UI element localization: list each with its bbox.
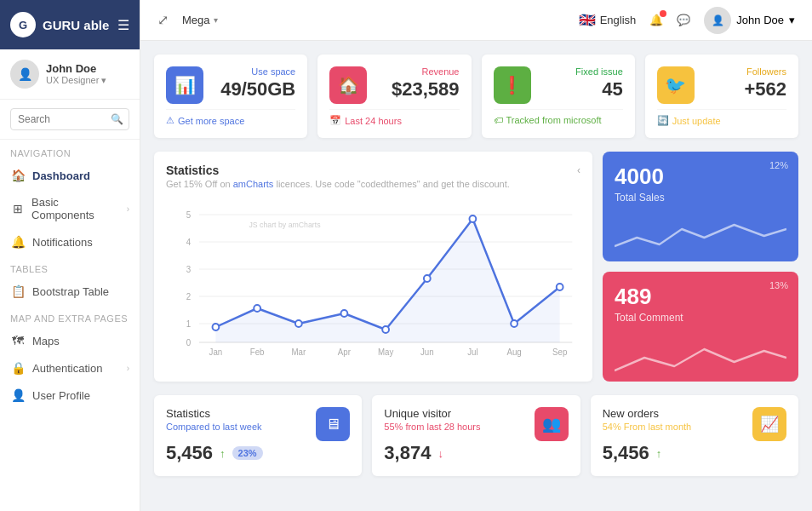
nav-label-maps: Maps xyxy=(32,335,60,347)
stat-value-fixed-issue: 45 xyxy=(540,78,623,100)
user-menu[interactable]: 👤 John Doe ▾ xyxy=(704,7,795,34)
trend-icon-new-orders: ↑ xyxy=(656,447,662,460)
svg-text:Aug: Aug xyxy=(506,347,521,357)
stat-card-followers: 🐦 Followers +562 🔄 Just update xyxy=(645,55,798,138)
avatar: 👤 xyxy=(10,60,39,89)
statistics-chart-card: Statistics ‹ Get 15% Off on amCharts lic… xyxy=(154,152,592,382)
total-sales-wave xyxy=(615,212,786,259)
stat-card-fixed-issue: ❗ Fixed issue 45 🏷 Tracked from microsof… xyxy=(482,55,635,138)
sidebar-item-user-profile[interactable]: 👤 User Profile xyxy=(0,382,140,409)
sidebar: G GURU able ☰ 👤 John Doe UX Designer ▾ 🔍… xyxy=(0,0,140,511)
main-area: ⤢ Mega ▾ 🇬🇧 English 🔔 💬 👤 John Doe ▾ � xyxy=(140,0,812,511)
chart-subtitle: Get 15% Off on amCharts licences. Use co… xyxy=(166,179,580,189)
stat-footer-icon-fixed-issue: 🏷 xyxy=(494,115,503,125)
language-label: English xyxy=(600,14,637,26)
sidebar-search-container: 🔍 xyxy=(0,100,140,140)
sidebar-item-notifications[interactable]: 🔔 Notifications xyxy=(0,228,140,256)
svg-text:May: May xyxy=(378,347,393,357)
stat-footer-use-space: ⚠ Get more space xyxy=(166,109,295,126)
svg-text:1: 1 xyxy=(186,319,191,329)
stat-footer-icon-use-space: ⚠ xyxy=(166,115,174,126)
chat-button[interactable]: 💬 xyxy=(677,14,690,26)
bottom-card-value-new-orders: 5,456 ↑ xyxy=(603,442,786,464)
user-name: John Doe xyxy=(46,62,106,75)
expand-icon[interactable]: ⤢ xyxy=(157,12,169,28)
stat-icon-revenue: 🏠 xyxy=(329,66,367,104)
chart-title: Statistics xyxy=(166,164,219,177)
svg-text:2: 2 xyxy=(186,292,191,301)
user-dropdown-icon: ▾ xyxy=(789,14,795,26)
amcharts-link[interactable]: amCharts xyxy=(233,179,274,189)
nav-icon-user-profile: 👤 xyxy=(10,388,26,402)
stat-card-revenue: 🏠 Revenue $23,589 📅 Last 24 hours xyxy=(317,55,471,138)
stats-row: 📊 Use space 49/50GB ⚠ Get more space 🏠 R… xyxy=(154,55,798,138)
stat-footer-fixed-issue: 🏷 Tracked from microsoft xyxy=(494,109,623,125)
sidebar-item-bootstrap-table[interactable]: 📋 Bootstrap Table xyxy=(0,278,140,305)
bottom-card-badge-statistics: 23% xyxy=(232,446,263,460)
svg-point-23 xyxy=(213,324,220,330)
brand-name: GURU able xyxy=(43,18,111,32)
bottom-card-icon-unique-visitor: 👥 xyxy=(535,407,569,441)
total-comment-pct: 13% xyxy=(769,280,788,290)
nav-section-label: Navigation xyxy=(0,140,140,162)
total-sales-value: 4000 xyxy=(615,164,786,190)
svg-text:JS chart by amCharts: JS chart by amCharts xyxy=(249,221,321,229)
svg-text:Sep: Sep xyxy=(552,347,568,357)
stat-card-use-space: 📊 Use space 49/50GB ⚠ Get more space xyxy=(154,55,307,138)
logo: G xyxy=(10,12,36,37)
chart-chevron-icon[interactable]: ‹ xyxy=(577,164,580,176)
stat-label-use-space: Use space xyxy=(212,66,295,77)
bottom-card-unique-visitor: 👥 Unique visitor 55% from last 28 hours … xyxy=(372,395,580,476)
bottom-card-value-unique-visitor: 3,874 ↓ xyxy=(384,442,568,464)
nav-container: Navigation🏠 Dashboard ⊞ Basic Components… xyxy=(0,140,140,409)
nav-section-label: Map And Extra Pages xyxy=(0,305,140,327)
nav-icon-dashboard: 🏠 xyxy=(10,169,26,182)
stat-footer-text-followers: Just update xyxy=(672,116,721,126)
bottom-card-icon-new-orders: 📈 xyxy=(752,407,786,441)
sidebar-item-basic-components[interactable]: ⊞ Basic Components › xyxy=(0,189,140,228)
chat-icon: 💬 xyxy=(677,14,690,26)
nav-label-authentication: Authentication xyxy=(32,362,102,375)
svg-text:Mar: Mar xyxy=(291,347,306,357)
svg-text:Jun: Jun xyxy=(420,347,434,357)
line-chart: 0 1 2 3 4 5 Jan Feb Mar Apr May Jun Jul … xyxy=(166,198,580,359)
topbar-username: John Doe xyxy=(736,14,784,26)
stat-icon-followers: 🐦 xyxy=(657,66,695,104)
sidebar-item-authentication[interactable]: 🔒 Authentication › xyxy=(0,354,140,382)
sidebar-item-dashboard[interactable]: 🏠 Dashboard xyxy=(0,162,140,189)
svg-point-27 xyxy=(382,326,389,333)
nav-label-notifications: Notifications xyxy=(32,236,93,249)
stat-footer-text-fixed-issue: Tracked from microsoft xyxy=(506,115,602,125)
trend-icon-unique-visitor: ↓ xyxy=(437,447,443,460)
total-sales-label: Total Sales xyxy=(615,192,786,204)
middle-row: Statistics ‹ Get 15% Off on amCharts lic… xyxy=(154,152,798,382)
svg-text:4: 4 xyxy=(186,238,192,247)
flag-icon: 🇬🇧 xyxy=(579,12,596,28)
notification-badge xyxy=(660,10,666,17)
total-comment-card: 13% 489 Total Comment xyxy=(603,272,798,382)
total-sales-card: 12% 4000 Total Sales xyxy=(603,152,798,261)
svg-point-26 xyxy=(341,310,348,317)
stat-icon-fixed-issue: ❗ xyxy=(494,66,531,104)
nav-section-label: Tables xyxy=(0,256,140,278)
hamburger-icon[interactable]: ☰ xyxy=(117,17,129,33)
bottom-row: 🖥 Statistics Compared to last week 5,456… xyxy=(154,395,798,476)
nav-label-basic-components: Basic Components xyxy=(31,196,120,221)
nav-label-user-profile: User Profile xyxy=(32,389,90,402)
right-col: 12% 4000 Total Sales 13% 489 Total Comme… xyxy=(603,152,798,382)
nav-icon-bootstrap-table: 📋 xyxy=(10,284,26,298)
language-selector[interactable]: 🇬🇧 English xyxy=(579,12,637,28)
content-area: 📊 Use space 49/50GB ⚠ Get more space 🏠 R… xyxy=(140,41,812,511)
stat-label-revenue: Revenue xyxy=(375,66,459,77)
mega-arrow-icon: ▾ xyxy=(214,15,218,25)
sidebar-header: G GURU able ☰ xyxy=(0,0,140,49)
topbar: ⤢ Mega ▾ 🇬🇧 English 🔔 💬 👤 John Doe ▾ xyxy=(140,0,812,41)
stat-value-followers: +562 xyxy=(703,78,786,100)
notification-button[interactable]: 🔔 xyxy=(649,14,663,26)
stat-label-fixed-issue: Fixed issue xyxy=(540,66,623,77)
sidebar-item-maps[interactable]: 🗺 Maps xyxy=(0,327,140,354)
total-sales-pct: 12% xyxy=(769,160,788,170)
mega-menu[interactable]: Mega ▾ xyxy=(182,14,218,26)
nav-icon-basic-components: ⊞ xyxy=(10,202,25,215)
svg-point-29 xyxy=(469,215,476,222)
